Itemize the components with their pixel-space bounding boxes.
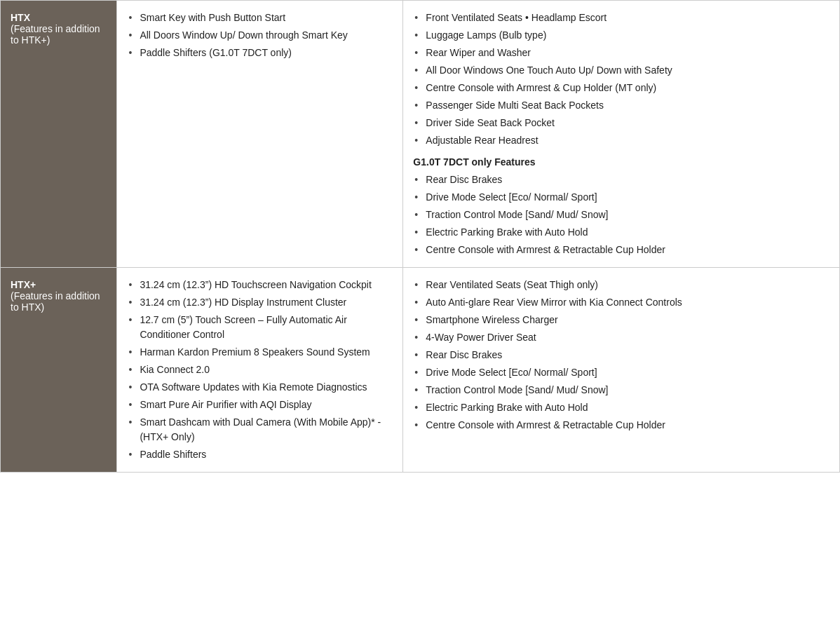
list-item: Paddle Shifters: [127, 446, 393, 463]
table-row: HTX+(Features in addition to HTX)31.24 c…: [1, 268, 840, 473]
list-item: Auto Anti-glare Rear View Mirror with Ki…: [413, 294, 829, 311]
variant-name: HTX+: [11, 279, 107, 290]
list-item: Kia Connect 2.0: [127, 361, 393, 379]
list-item: Smartphone Wireless Charger: [413, 311, 829, 329]
variant-label-cell: HTX+(Features in addition to HTX): [1, 268, 117, 473]
list-item: All Doors Window Up/ Down through Smart …: [127, 27, 393, 44]
right-features-cell: Rear Ventilated Seats (Seat Thigh only)A…: [403, 268, 840, 473]
section-heading: G1.0T 7DCT only Features: [413, 154, 829, 171]
list-item: Electric Parking Brake with Auto Hold: [413, 399, 829, 416]
list-item: Centre Console with Armrest & Retractabl…: [413, 241, 829, 259]
list-item: Centre Console with Armrest & Retractabl…: [413, 416, 829, 434]
list-item: Rear Wiper and Washer: [413, 44, 829, 62]
list-item: Drive Mode Select [Eco/ Normal/ Sport]: [413, 364, 829, 381]
left-features-cell: Smart Key with Push Button StartAll Door…: [117, 1, 403, 268]
list-item: Smart Dashcam with Dual Camera (With Mob…: [127, 414, 393, 446]
variant-name: HTX: [11, 12, 107, 23]
list-item: Rear Disc Brakes: [413, 346, 829, 364]
list-item: Traction Control Mode [Sand/ Mud/ Snow]: [413, 381, 829, 399]
left-features-list: Smart Key with Push Button StartAll Door…: [127, 9, 393, 62]
list-item: Rear Ventilated Seats (Seat Thigh only): [413, 276, 829, 294]
list-item: All Door Windows One Touch Auto Up/ Down…: [413, 62, 829, 79]
list-item: Rear Disc Brakes: [413, 171, 829, 189]
right-features-cell: Front Ventilated Seats • Headlamp Escort…: [403, 1, 840, 268]
list-item: 31.24 cm (12.3”) HD Touchscreen Navigati…: [127, 276, 393, 294]
list-item: Adjustable Rear Headrest: [413, 132, 829, 149]
list-item: Drive Mode Select [Eco/ Normal/ Sport]: [413, 189, 829, 206]
right-features-list: Rear Ventilated Seats (Seat Thigh only)A…: [413, 276, 829, 434]
features-table-wrapper: HTX(Features in addition to HTK+)Smart K…: [0, 0, 840, 473]
list-item: Centre Console with Armrest & Cup Holder…: [413, 79, 829, 97]
variant-sub: (Features in addition to HTX): [11, 290, 107, 313]
list-item: Traction Control Mode [Sand/ Mud/ Snow]: [413, 206, 829, 224]
list-item: 31.24 cm (12.3”) HD Display Instrument C…: [127, 294, 393, 311]
list-item: Smart Key with Push Button Start: [127, 9, 393, 27]
list-item: Electric Parking Brake with Auto Hold: [413, 224, 829, 241]
list-item: Passenger Side Multi Seat Back Pockets: [413, 97, 829, 114]
left-features-list: 31.24 cm (12.3”) HD Touchscreen Navigati…: [127, 276, 393, 463]
list-item: Smart Pure Air Purifier with AQI Display: [127, 396, 393, 414]
left-features-cell: 31.24 cm (12.3”) HD Touchscreen Navigati…: [117, 268, 403, 473]
list-item: 12.7 cm (5”) Touch Screen – Fully Automa…: [127, 311, 393, 344]
list-item: OTA Software Updates with Kia Remote Dia…: [127, 379, 393, 396]
list-item: 4-Way Power Driver Seat: [413, 329, 829, 346]
variant-sub: (Features in addition to HTK+): [11, 23, 107, 46]
list-item-inline: Front Ventilated Seats • Headlamp Escort: [413, 9, 829, 27]
variant-label-cell: HTX(Features in addition to HTK+): [1, 1, 117, 268]
table-row: HTX(Features in addition to HTK+)Smart K…: [1, 1, 840, 268]
features-table: HTX(Features in addition to HTK+)Smart K…: [0, 0, 840, 473]
list-item: Driver Side Seat Back Pocket: [413, 114, 829, 132]
list-item: Paddle Shifters (G1.0T 7DCT only): [127, 44, 393, 62]
right-features-list: Front Ventilated Seats • Headlamp Escort…: [413, 9, 829, 259]
list-item: Luggage Lamps (Bulb type): [413, 27, 829, 44]
list-item: Harman Kardon Premium 8 Speakers Sound S…: [127, 344, 393, 361]
